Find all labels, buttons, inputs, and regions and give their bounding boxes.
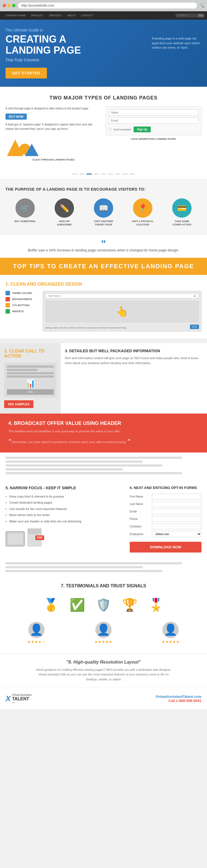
bottom-bars: [0, 558, 207, 578]
gray-bar-3: [5, 464, 162, 467]
get-started-button[interactable]: GET STARTED: [5, 68, 47, 79]
two-types-section: TWO MAJOR TYPES OF LANDING PAGES A click…: [0, 87, 207, 169]
tip5-bullets: Keep copy brief & relevant to its purpos…: [5, 493, 124, 525]
award-3: 🛡️: [93, 594, 114, 616]
see-samples-button[interactable]: SEE SAMPLES: [4, 400, 33, 408]
lastname-input[interactable]: [152, 501, 202, 507]
visit-location-icon: 📍: [138, 204, 148, 213]
page-dot-8[interactable]: [122, 174, 128, 175]
testimonial-1: 👤 ★★★★☆: [5, 622, 67, 644]
close-dot[interactable]: [3, 4, 6, 7]
nav-company[interactable]: COMPANY NAME: [3, 14, 28, 17]
page-dot-4[interactable]: [94, 174, 99, 175]
color-swatches: THEME COLORS IMAGES/VIDEOS CTA BUTTONS W…: [5, 291, 39, 332]
hero-subtitle: The Ultimate Guide in: [5, 28, 146, 32]
mini-url-bar[interactable]: http://www... ▶: [45, 293, 199, 298]
person-icon-2: 👤: [97, 623, 110, 636]
other-action-icon: 💳: [177, 204, 187, 213]
hero-tagline: That Truly Converts: [5, 58, 146, 62]
footer-tagline: inc: [12, 702, 32, 704]
tip3-text: Rich and informative content will give y…: [65, 356, 203, 366]
tip7-section: 7. TESTIMONIALS AND TRUST SIGNALS 🥇 ✅ 🛡️…: [0, 578, 207, 654]
tip1-number: 1. CLEAN AND ORGANIZED DESIGN: [5, 282, 202, 287]
pdf-badge: PDF: [35, 535, 44, 540]
bullet-1: Keep copy brief & relevant to its purpos…: [5, 493, 124, 500]
tip4-title: 4. BROADCAST OFFER VALUE USING HEADER: [8, 421, 199, 426]
layout-bar-2: [7, 369, 38, 371]
tablet-wrapper: [5, 531, 25, 547]
opt-in-form: First Name Last Name Email Phone Company…: [130, 494, 202, 553]
award-1: 🥇: [40, 594, 62, 616]
page-dot-2[interactable]: [79, 174, 85, 175]
url-bar[interactable]: http://yourwebsite.com: [18, 2, 197, 9]
preview-content: 👆: [45, 301, 199, 323]
lead-gen-form: Send newsletter Sign Up: [106, 106, 202, 135]
page-dot-3[interactable]: [87, 174, 92, 175]
email-field[interactable]: [109, 117, 199, 124]
buy-now-button[interactable]: BUY NOW: [5, 114, 27, 120]
nav-product[interactable]: PRODUCT: [28, 14, 46, 17]
hero-title: CREATING A LANDING PAGE: [5, 34, 146, 56]
icon-other-action: 💳 TAKE SOME OTHER ACTION: [171, 198, 193, 226]
icon-visit-page: 📖 VISIT ANOTHER TARGET PAGE: [93, 198, 114, 226]
tip4-section: 4. BROADCAST OFFER VALUE USING HEADER Th…: [0, 413, 207, 453]
swatch-row-1: THEME COLORS: [5, 291, 39, 295]
gray-bars-1: [0, 453, 207, 480]
opt-row-phone: Phone: [130, 516, 202, 522]
nav-search[interactable]: GO: [176, 13, 204, 18]
page-dot-5[interactable]: [101, 174, 106, 175]
quote-section: " Buffer saw a 16% increase in landing p…: [0, 235, 207, 258]
newsletter-checkbox[interactable]: [109, 128, 111, 131]
email-input[interactable]: [152, 508, 202, 515]
company-input[interactable]: [152, 524, 202, 529]
phone-input[interactable]: [152, 516, 202, 522]
nav-bar: COMPANY NAME PRODUCT SERVICES ABOUT CONT…: [0, 11, 207, 20]
award-2: ✅: [66, 594, 88, 616]
search-input[interactable]: [176, 13, 198, 18]
name-field[interactable]: [109, 110, 199, 116]
signup-button[interactable]: Sign Up: [134, 126, 151, 132]
design-area: THEME COLORS IMAGES/VIDEOS CTA BUTTONS W…: [5, 291, 202, 332]
employees-select[interactable]: -Select one-: [152, 531, 202, 537]
person-icon-1: 👤: [30, 623, 43, 636]
nav-about[interactable]: ABOUT: [64, 14, 78, 17]
bottom-bar-2: [5, 566, 143, 568]
minimize-dot[interactable]: [7, 4, 11, 7]
page-dot-1[interactable]: [72, 174, 77, 175]
cta-preview-btn[interactable]: CTA: [190, 324, 199, 329]
tip2-section: 2. CLEAR CALL TO ACTION 📊 65% SEE SAMPLE…: [0, 343, 61, 413]
download-button[interactable]: DOWNLOAD NOW: [130, 542, 202, 553]
65-percent-bar: 65%: [7, 389, 54, 395]
nav-services[interactable]: SERVICES: [46, 14, 64, 17]
bullet-5: Make sure any header or side links are n…: [5, 518, 124, 525]
cta-buttons-swatch: [5, 303, 10, 308]
page-dot-9[interactable]: [130, 174, 135, 175]
maximize-dot[interactable]: [12, 4, 15, 7]
testimonials-row: 👤 ★★★★☆ 👤 ★★★★★ 👤 ★★★★★: [5, 622, 202, 644]
search-button[interactable]: GO: [198, 13, 204, 18]
firstname-label: First Name: [130, 495, 152, 498]
bar-chart-icon: 📊: [7, 379, 54, 388]
theme-colors-swatch: [5, 291, 10, 295]
pagination: [0, 169, 207, 179]
page-dot-7[interactable]: [115, 174, 120, 175]
tip4-subtitle: The headline and sub-headlines is one gr…: [8, 429, 199, 434]
tip5-title: 5. NARROW FOCUS - KEEP IT SIMPLE: [5, 486, 124, 490]
sections-23: 2. CLEAR CALL TO ACTION 📊 65% SEE SAMPLE…: [0, 343, 207, 413]
nav-contact[interactable]: CONTACT: [78, 14, 96, 17]
signup-row: Send newsletter Sign Up: [109, 126, 199, 132]
lead-gen-label: LEAD GENERATION LANDING PAGES: [106, 137, 202, 140]
click-through-label: CLICK-THROUGH LANDING PAGES: [5, 158, 102, 161]
click-through-text1: A click-through page is designed to take…: [5, 106, 102, 111]
footer-website[interactable]: VirtualAssistantTalent.com: [156, 694, 202, 699]
gray-bar-2: [5, 461, 143, 463]
footer-contact: VirtualAssistantTalent.com Call 1-866-59…: [156, 694, 202, 703]
two-types-content: A click-through page is designed to take…: [5, 106, 202, 161]
footer-phone[interactable]: Call 1-866-596-9041: [156, 699, 202, 703]
widgets-label: WIDGETS: [12, 310, 24, 313]
visit-page-icon: 📖: [99, 204, 108, 213]
buy-icon: 🛒: [21, 204, 30, 213]
firstname-input[interactable]: [152, 494, 202, 499]
cta-buttons-label: CTA BUTTONS: [12, 304, 30, 307]
page-dot-6[interactable]: [108, 174, 113, 175]
